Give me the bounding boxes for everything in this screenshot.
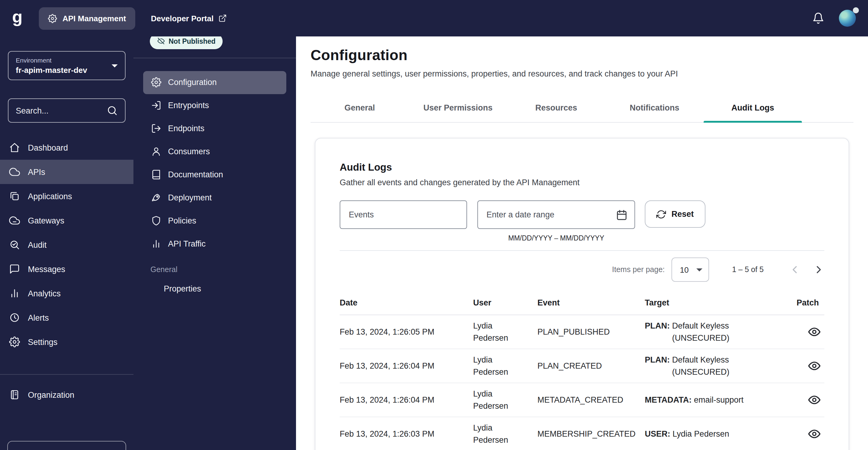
developer-portal-link[interactable]: Developer Portal — [151, 14, 227, 23]
view-patch-button[interactable] — [804, 322, 824, 342]
cell-target: USER: Lydia Pedersen — [645, 428, 780, 440]
table-header: Date User Event Target Patch — [340, 290, 824, 315]
tab-general[interactable]: General — [311, 93, 409, 122]
tab-resources[interactable]: Resources — [507, 93, 606, 122]
environment-label: Environment — [16, 56, 87, 64]
tab-user-permissions[interactable]: User Permissions — [409, 93, 507, 122]
environment-sidebar: Environment fr-apim-master-dev Dashboard… — [0, 36, 133, 450]
target-value: Lydia Pedersen — [673, 428, 730, 440]
sidebar-item-label: Messages — [28, 264, 65, 274]
divider — [0, 374, 133, 375]
eye-icon — [808, 428, 820, 441]
user-menu[interactable] — [839, 10, 856, 27]
items-per-page-value: 10 — [680, 265, 689, 274]
sidebar-item-apis[interactable]: APIs — [0, 160, 133, 184]
card-subtitle: Gather all events and changes generated … — [340, 178, 824, 187]
api-item-policies[interactable]: Policies — [143, 209, 286, 232]
cell-user: Lydia Pedersen — [473, 422, 537, 446]
api-sidebar: Not Published Configuration Entrypoints … — [133, 36, 296, 450]
events-filter-select[interactable]: Events — [340, 200, 467, 229]
tab-notifications[interactable]: Notifications — [606, 93, 704, 122]
api-item-deployment[interactable]: Deployment — [143, 186, 286, 209]
api-management-label: API Management — [62, 14, 126, 23]
view-patch-button[interactable] — [804, 391, 824, 410]
tab-audit-logs[interactable]: Audit Logs — [704, 93, 802, 122]
sidebar-item-settings[interactable]: Settings — [0, 330, 133, 354]
calendar-icon[interactable] — [616, 208, 628, 221]
page-title: Configuration — [311, 47, 854, 64]
chevron-right-icon — [812, 263, 824, 276]
sidebar-item-organization[interactable]: Organization — [0, 383, 133, 407]
date-range-field — [477, 200, 635, 229]
api-item-endpoints[interactable]: Endpoints — [143, 117, 286, 140]
target-value: Default Keyless (UNSECURED) — [672, 320, 763, 344]
api-item-properties[interactable]: Properties — [133, 277, 296, 300]
api-management-button[interactable]: API Management — [39, 7, 135, 29]
cell-user: Lydia Pedersen — [473, 354, 537, 378]
divider — [133, 57, 296, 58]
cloud-gateway-icon — [9, 215, 20, 226]
page-range-label: 1 – 5 of 5 — [732, 265, 764, 274]
sidebar-item-label: Analytics — [28, 289, 61, 298]
api-item-entrypoints[interactable]: Entrypoints — [143, 94, 286, 117]
gear-icon — [48, 14, 57, 23]
api-item-label: Deployment — [168, 193, 212, 202]
app-window: g API Management Developer Portal Enviro… — [0, 0, 868, 450]
gear-icon — [151, 77, 161, 87]
exit-arrow-icon — [151, 123, 161, 134]
entry-arrow-icon — [151, 100, 161, 111]
api-item-configuration[interactable]: Configuration — [143, 71, 286, 94]
reset-button[interactable]: Reset — [645, 200, 706, 228]
environment-selector[interactable]: Environment fr-apim-master-dev — [8, 51, 126, 80]
chevron-down-icon — [696, 268, 703, 271]
sidebar-item-applications[interactable]: Applications — [0, 184, 133, 208]
developer-portal-label: Developer Portal — [151, 14, 214, 23]
search-input[interactable] — [16, 106, 102, 115]
divider — [340, 250, 824, 251]
api-item-label: Endpoints — [168, 124, 205, 133]
api-item-documentation[interactable]: Documentation — [143, 163, 286, 186]
view-patch-button[interactable] — [804, 356, 824, 375]
cell-user: Lydia Pedersen — [473, 320, 537, 344]
sidebar-item-audit[interactable]: Audit — [0, 233, 133, 257]
notifications-button[interactable] — [812, 12, 824, 24]
cell-event: METADATA_CREATED — [537, 394, 645, 406]
api-nav-list: Configuration Entrypoints Endpoints Cons… — [133, 71, 296, 255]
traffic-chart-icon — [151, 239, 161, 249]
date-range-input[interactable] — [487, 210, 611, 219]
column-header-date: Date — [340, 298, 473, 307]
bar-chart-icon — [9, 288, 20, 299]
api-item-consumers[interactable]: Consumers — [143, 140, 286, 163]
person-icon — [151, 146, 161, 157]
sidebar-item-label: Settings — [28, 337, 58, 346]
table-row: Feb 13, 2024, 1:26:04 PM Lydia Pedersen … — [340, 349, 824, 383]
sidebar-item-dashboard[interactable]: Dashboard — [0, 135, 133, 160]
target-type: USER: — [645, 429, 670, 439]
collapse-menu-button[interactable]: Collapse menu — [7, 441, 126, 450]
sidebar-item-gateways[interactable]: Gateways — [0, 208, 133, 233]
home-icon — [9, 142, 20, 153]
gear-icon — [9, 336, 20, 347]
previous-page-button[interactable] — [789, 263, 801, 276]
bell-icon — [812, 12, 824, 24]
not-published-badge: Not Published — [150, 36, 223, 49]
next-page-button[interactable] — [812, 263, 824, 276]
sidebar-item-alerts[interactable]: Alerts — [0, 306, 133, 330]
sidebar-item-messages[interactable]: Messages — [0, 257, 133, 281]
copy-icon — [9, 191, 20, 202]
api-item-api-traffic[interactable]: API Traffic — [143, 232, 286, 255]
environment-value: fr-apim-master-dev — [16, 65, 87, 75]
sidebar-item-analytics[interactable]: Analytics — [0, 281, 133, 306]
events-filter-label: Events — [349, 210, 374, 219]
tab-underline — [704, 121, 802, 123]
cell-patch — [780, 322, 825, 342]
paginator: Items per page: 10 1 – 5 of 5 — [340, 257, 824, 282]
view-patch-button[interactable] — [804, 424, 824, 444]
cell-target: METADATA: email-support — [645, 394, 780, 406]
section-label-general: General — [150, 265, 296, 274]
items-per-page-select[interactable]: 10 — [672, 257, 709, 282]
audit-check-icon — [9, 239, 20, 250]
gravitee-logo: g — [12, 8, 30, 26]
date-format-hint: MM/DD/YYYY – MM/DD/YYYY — [508, 234, 604, 242]
sidebar-item-label: Applications — [28, 192, 72, 201]
